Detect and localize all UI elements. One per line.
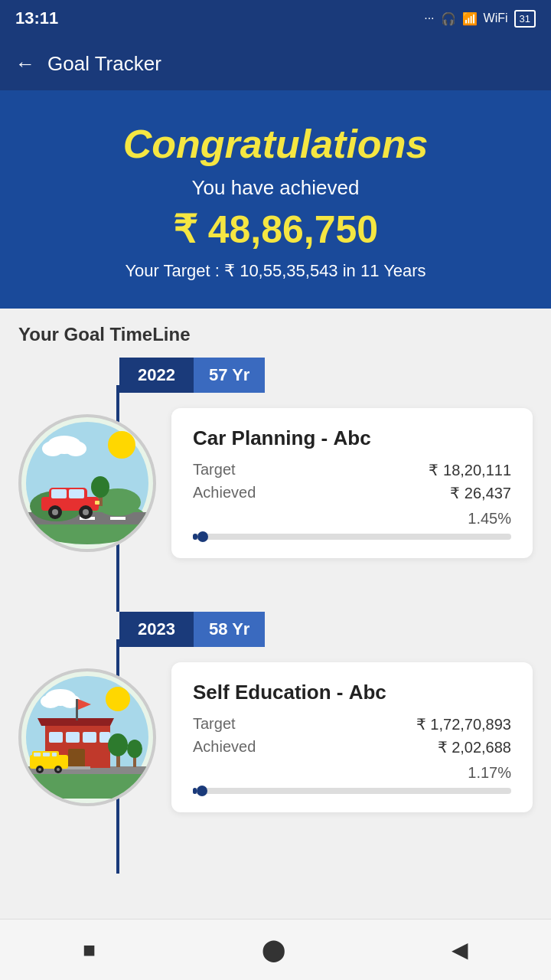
svg-point-28 [41, 694, 60, 708]
age-label-2: 58 Yr [194, 612, 265, 647]
home-button[interactable]: ⬤ [262, 937, 285, 962]
svg-rect-36 [66, 732, 80, 743]
svg-point-46 [38, 768, 41, 771]
status-bar: 13:11 ··· 🎧 📶 WiFi 31 [0, 0, 551, 37]
wifi-icon: WiFi [484, 11, 508, 25]
header-title: Goal Tracker [47, 52, 161, 76]
svg-point-10 [108, 431, 135, 459]
spacer-line [116, 589, 119, 612]
svg-rect-44 [52, 753, 57, 756]
target-label-1: Target [193, 461, 236, 479]
goal-item-2: Self Education - Abc Target ₹ 1,72,70,89… [18, 647, 533, 843]
app-header: ← Goal Tracker [0, 37, 551, 90]
timeline-spacer [18, 589, 533, 612]
car-scene-svg [26, 422, 148, 544]
year-label-2: 2023 [119, 612, 194, 647]
timeline-container: 2022 57 Yr [0, 358, 551, 874]
status-icons: ··· 🎧 📶 WiFi 31 [424, 10, 536, 28]
congrats-amount: ₹ 48,86,750 [23, 207, 528, 252]
svg-rect-16 [51, 489, 67, 498]
goal-card-1: Car Planning - Abc Target ₹ 18,20,111 Ac… [171, 408, 533, 558]
goal-item-1: Car Planning - Abc Target ₹ 18,20,111 Ac… [18, 393, 533, 589]
svg-point-12 [42, 441, 64, 456]
svg-point-50 [108, 733, 128, 756]
timeline-heading: Your Goal TimeLine [0, 324, 551, 358]
achieved-value-2: ₹ 2,02,688 [438, 738, 511, 756]
signal-bars-icon: 📶 [462, 11, 478, 26]
progress-dot-2 [197, 786, 207, 796]
goal-achieved-row-1: Achieved ₹ 26,437 [193, 484, 511, 502]
svg-rect-43 [43, 753, 50, 756]
progress-bar-2 [193, 788, 511, 794]
svg-rect-22 [95, 501, 99, 505]
school-icon-circle [18, 668, 156, 806]
timeline-item-1: 2022 57 Yr [18, 358, 533, 589]
svg-rect-37 [83, 732, 96, 743]
svg-rect-5 [110, 517, 126, 520]
target-value-2: ₹ 1,72,70,893 [416, 715, 511, 733]
progress-bar-1 [193, 534, 511, 540]
achieved-value-1: ₹ 26,437 [450, 484, 511, 502]
svg-point-19 [52, 509, 58, 515]
goal-percent-1: 1.45% [193, 510, 511, 528]
svg-rect-35 [49, 732, 63, 743]
congrats-target: Your Target : ₹ 10,55,35,543 in 11 Years [23, 261, 528, 281]
year-row-1: 2022 57 Yr [18, 358, 533, 393]
svg-point-9 [91, 476, 109, 498]
goal-card-2: Self Education - Abc Target ₹ 1,72,70,89… [171, 662, 533, 812]
goal-target-row-2: Target ₹ 1,72,70,893 [193, 715, 511, 733]
svg-point-52 [127, 740, 142, 758]
svg-point-21 [83, 509, 89, 515]
year-label-1: 2022 [119, 358, 194, 393]
back-button[interactable]: ← [15, 52, 35, 76]
goal-achieved-row-2: Achieved ₹ 2,02,688 [193, 738, 511, 756]
timeline-bottom [18, 843, 533, 874]
target-value-1: ₹ 18,20,111 [429, 461, 511, 479]
achieved-label-1: Achieved [193, 484, 256, 502]
bottom-line [116, 843, 119, 874]
age-label-1: 57 Yr [194, 358, 265, 393]
back-nav-button[interactable]: ◀ [452, 937, 468, 962]
goal-name-2: Self Education - Abc [193, 681, 511, 704]
svg-point-26 [106, 687, 130, 711]
status-time: 13:11 [15, 8, 58, 28]
congrats-subtitle: You have achieved [23, 176, 528, 200]
svg-point-13 [65, 441, 86, 456]
progress-dot-1 [197, 531, 208, 542]
svg-point-48 [57, 768, 60, 771]
car-icon-circle [18, 414, 156, 552]
goal-target-row-1: Target ₹ 18,20,111 [193, 461, 511, 479]
stop-button[interactable]: ■ [83, 938, 96, 962]
battery-icon: 31 [514, 10, 536, 28]
congrats-title: Congratulations [23, 121, 528, 167]
achieved-label-2: Achieved [193, 738, 256, 756]
signal-dots-icon: ··· [424, 11, 434, 25]
year-row-2: 2023 58 Yr [18, 612, 533, 647]
timeline-item-2: 2023 58 Yr [18, 612, 533, 843]
nav-bar: ■ ⬤ ◀ [0, 919, 551, 980]
svg-rect-42 [34, 753, 41, 756]
target-label-2: Target [193, 715, 236, 733]
school-scene-svg [26, 676, 148, 799]
headphone-icon: 🎧 [441, 11, 456, 26]
goal-name-1: Car Planning - Abc [193, 426, 511, 450]
svg-rect-17 [69, 489, 84, 498]
congrats-section: Congratulations You have achieved ₹ 48,8… [0, 90, 551, 309]
timeline-section: Your Goal TimeLine 2022 57 Yr [0, 309, 551, 950]
goal-percent-2: 1.17% [193, 764, 511, 782]
svg-rect-34 [68, 749, 85, 768]
svg-rect-32 [76, 699, 78, 720]
